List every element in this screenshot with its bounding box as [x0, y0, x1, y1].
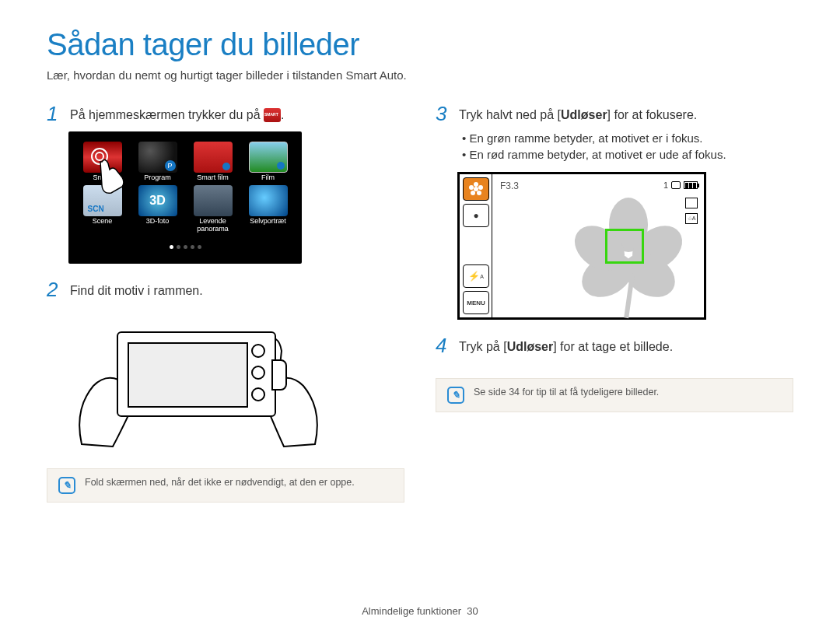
step-2: 2 Find dit motiv i rammen.: [47, 279, 404, 299]
footer-page-number: 30: [467, 605, 478, 617]
home-label: Film: [243, 174, 293, 182]
step3-before: Tryk halvt ned på [: [459, 108, 561, 121]
step3-bold: Udløser: [561, 108, 607, 121]
pagination-dots: [77, 238, 293, 252]
svg-point-2: [478, 185, 483, 190]
home-item-selfportrait: Selvportræt: [243, 185, 293, 233]
home-item-3d: 3D 3D-foto: [132, 185, 183, 233]
step-text: Tryk halvt ned på [Udløser] for at fokus…: [459, 103, 697, 124]
note-box-right: ✎ Se side 34 for tip til at få tydeliger…: [436, 378, 793, 412]
step4-after: ] for at tage et billede.: [553, 340, 673, 353]
battery-icon: [684, 181, 698, 189]
home-label: 3D-foto: [132, 218, 183, 226]
svg-point-4: [471, 191, 475, 195]
step-number: 3: [436, 103, 451, 124]
home-item-smartfilm: Smart film: [187, 142, 238, 182]
focus-bullets: En grøn ramme betyder, at motivet er i f…: [462, 131, 793, 161]
step1-before: På hjemmeskærmen trykker du på: [70, 108, 264, 121]
step-number: 4: [436, 335, 451, 356]
storage-icon: [671, 181, 681, 189]
focus-sidebar: ● ⚡A MENU: [460, 174, 492, 317]
home-label: Levende panorama: [187, 218, 238, 233]
menu-button-icon: MENU: [463, 291, 489, 314]
macro-flower-icon: [463, 177, 489, 201]
step-text: Tryk på [Udløser] for at tage et billede…: [459, 335, 673, 356]
svg-point-3: [477, 191, 481, 195]
svg-point-5: [469, 185, 474, 190]
note-icon: ✎: [58, 477, 75, 494]
page-title: Sådan tager du billeder: [47, 27, 793, 62]
home-label: Selvportræt: [243, 218, 293, 226]
step4-bold: Udløser: [507, 340, 554, 353]
page-footer: Almindelige funktioner 30: [0, 605, 840, 617]
selfportrait-icon: [249, 185, 288, 216]
step-text: På hjemmeskærmen trykker du på .: [70, 103, 284, 124]
right-status-icons: ☆A: [685, 198, 698, 224]
note-icon: ✎: [447, 387, 464, 404]
program-icon: [138, 142, 177, 173]
home-label: Program: [132, 174, 183, 182]
step-3: 3 Tryk halvt ned på [Udløser] for at fok…: [436, 103, 793, 124]
face-detect-icon: [685, 198, 698, 208]
3d-icon: 3D: [138, 185, 177, 216]
note-box-left: ✎ Fold skærmen ned, når det ikke er nødv…: [47, 468, 404, 503]
step1-after: .: [281, 108, 284, 121]
green-focus-frame: [605, 229, 644, 264]
bullet-green: En grøn ramme betyder, at motivet er i f…: [462, 131, 793, 145]
home-item-program: Program: [132, 142, 183, 182]
bullet-red: En rød ramme betyder, at motivet er ude …: [462, 148, 793, 161]
status-bar: 1: [663, 180, 698, 190]
footer-section: Almindelige funktioner: [362, 605, 461, 617]
step-text: Find dit motiv i rammen.: [70, 279, 203, 299]
note-text: Se side 34 for tip til at få tydeligere …: [474, 387, 659, 398]
home-label: Scene: [77, 218, 128, 226]
touch-hand-icon: [85, 148, 128, 198]
step-number: 2: [47, 279, 62, 299]
smart-mode-icon: [264, 108, 281, 122]
film-icon: [249, 142, 288, 173]
home-screen-mockup: Smart Program Smart film Film Scene: [68, 131, 302, 264]
step-4: 4 Tryk på [Udløser] for at tage et bille…: [436, 335, 793, 356]
svg-point-0: [474, 187, 478, 191]
shots-remaining: 1: [663, 180, 668, 190]
home-item-film: Film: [243, 142, 293, 182]
step-1: 1 På hjemmeskærmen trykker du på .: [47, 103, 404, 124]
af-icon: ☆A: [685, 213, 698, 224]
flash-auto-icon: ⚡A: [463, 264, 489, 288]
note-text: Fold skærmen ned, når det ikke er nødven…: [85, 477, 355, 488]
page-subtitle: Lær, hvordan du nemt og hurtigt tager bi…: [47, 68, 793, 82]
panorama-icon: [194, 185, 233, 216]
step3-after: ] for at fokusere.: [607, 108, 698, 121]
step4-before: Tryk på [: [459, 340, 507, 353]
left-column: 1 På hjemmeskærmen trykker du på . Smart…: [47, 103, 404, 503]
home-label: Smart film: [187, 174, 238, 182]
aperture-value: F3.3: [500, 180, 519, 191]
smart-film-icon: [194, 142, 233, 173]
record-icon: ●: [463, 204, 489, 227]
right-column: 3 Tryk halvt ned på [Udløser] for at fok…: [436, 103, 793, 503]
home-item-panorama: Levende panorama: [187, 185, 238, 233]
step-number: 1: [47, 103, 62, 124]
hands-holding-camera-illustration: [70, 308, 327, 456]
svg-point-1: [474, 182, 478, 187]
focus-preview-screen: ● ⚡A MENU F3.3 1 ☆A: [457, 172, 706, 320]
